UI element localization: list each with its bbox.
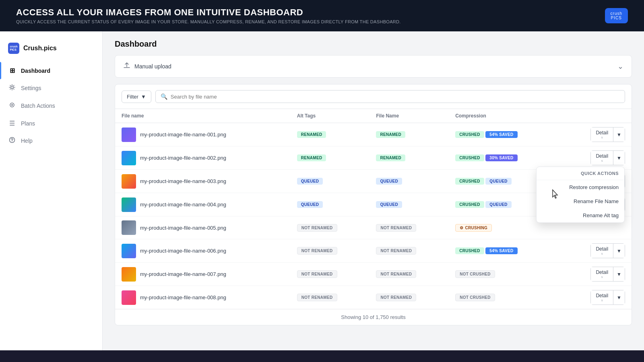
main-content: Dashboard Manual upload ⌄ Filter	[103, 31, 644, 350]
plans-icon: ☰	[8, 119, 16, 127]
filter-chevron-icon: ▼	[141, 94, 146, 100]
detail-button[interactable]: Detail s	[591, 290, 613, 304]
action-cell: Detail s ▼	[561, 263, 632, 286]
sidebar: crushPICS Crush.pics ⊞ Dashboard Setting…	[0, 31, 103, 350]
alt-tags-cell: NOT RENAMED	[291, 216, 370, 239]
savings-badge: 54% SAVED	[485, 247, 517, 254]
sidebar-brand: crushPICS Crush.pics	[0, 38, 102, 62]
app-layout: crushPICS Crush.pics ⊞ Dashboard Setting…	[0, 31, 644, 350]
file-name-cell: QUEUED	[369, 170, 449, 193]
chevron-down-icon: ⌄	[617, 62, 623, 71]
quick-action-restore[interactable]: Restore compression	[537, 180, 624, 194]
compression-badge: ⚙CRUSHING	[455, 224, 492, 232]
compression-cell: NOT CRUSHED	[449, 286, 561, 309]
compression-cell: CRUSHED 30% SAVED	[449, 146, 561, 170]
col-file-name: File Name	[369, 109, 449, 123]
detail-button[interactable]: Detail s	[591, 151, 613, 165]
file-name-cell: RENAMED	[369, 146, 449, 170]
sidebar-nav: ⊞ Dashboard Settings Batch Actions ☰ Pla…	[0, 62, 102, 150]
sidebar-item-dashboard[interactable]: ⊞ Dashboard	[0, 62, 102, 79]
quick-action-rename-alt[interactable]: Rename Alt tag	[537, 208, 624, 222]
detail-button[interactable]: Detail s	[591, 267, 613, 281]
manual-upload-label: Manual upload	[134, 63, 171, 70]
file-thumbnail	[122, 128, 136, 142]
savings-badge: 30% SAVED	[485, 154, 517, 161]
col-alt-tags: Alt Tags	[291, 109, 370, 123]
compression-badge: CRUSHED	[455, 154, 484, 161]
search-input[interactable]	[171, 94, 620, 100]
file-name-badge: NOT RENAMED	[376, 247, 416, 255]
detail-arrow-button[interactable]: ▼	[613, 290, 625, 304]
file-cell: my-product-image-file-name-008.png	[115, 286, 291, 309]
table-footer: Showing 10 of 1,750 results	[115, 309, 632, 325]
banner-title: ACCESS ALL YOUR IMAGES FROM ONE INTUITIV…	[16, 7, 401, 18]
file-cell: my-product-image-file-name-001.png	[115, 123, 291, 146]
svg-point-4	[12, 141, 12, 142]
file-cell: my-product-image-file-name-005.png	[115, 216, 291, 239]
detail-arrow-button[interactable]: ▼	[613, 151, 625, 165]
page-title: Dashboard	[115, 39, 632, 49]
alt-tags-badge: NOT RENAMED	[297, 224, 337, 232]
alt-tags-cell: QUEUED	[291, 170, 370, 193]
table-header-row: File name Alt Tags File Name Compression	[115, 109, 632, 123]
compression-badge: CRUSHED	[455, 247, 484, 254]
detail-btn-group: Detail s ▼	[590, 243, 625, 258]
alt-tags-cell: RENAMED	[291, 123, 370, 146]
file-name-badge: QUEUED	[376, 201, 402, 208]
settings-icon	[8, 84, 16, 92]
detail-button[interactable]: Detail s	[591, 244, 613, 258]
file-cell: my-product-image-file-name-003.png	[115, 170, 291, 193]
sidebar-item-help[interactable]: Help	[0, 132, 102, 150]
action-cell: Detail s ▼	[561, 123, 632, 146]
file-name-badge: NOT RENAMED	[376, 270, 416, 278]
file-thumbnail	[122, 267, 136, 282]
file-name-badge: NOT RENAMED	[376, 294, 416, 301]
file-name-cell: NOT RENAMED	[369, 239, 449, 263]
sidebar-item-settings[interactable]: Settings	[0, 79, 102, 97]
alt-tags-cell: QUEUED	[291, 193, 370, 216]
alt-tags-cell: NOT RENAMED	[291, 239, 370, 263]
detail-btn-group: Detail s ▼	[590, 127, 625, 142]
detail-sub-label: s	[596, 136, 608, 139]
file-name-cell: NOT RENAMED	[369, 263, 449, 286]
file-cell: my-product-image-file-name-002.png	[115, 146, 291, 170]
file-name-badge: RENAMED	[376, 131, 405, 138]
quick-action-rename-file[interactable]: Rename File Name	[537, 194, 624, 208]
manual-upload-left: Manual upload	[123, 62, 171, 71]
svg-point-0	[11, 86, 13, 88]
alt-tags-badge: QUEUED	[297, 178, 323, 185]
compression-badge: CRUSHED	[455, 131, 484, 138]
compression-cell: CRUSHED 54% SAVED	[449, 239, 561, 263]
filename-text: my-product-image-file-name-001.png	[140, 132, 226, 138]
detail-arrow-button[interactable]: ▼	[613, 267, 625, 281]
compression-badge: NOT CRUSHED	[455, 270, 495, 278]
detail-arrow-button[interactable]: ▼	[613, 128, 625, 142]
filename-text: my-product-image-file-name-006.png	[140, 248, 226, 254]
file-thumbnail	[122, 174, 136, 189]
file-thumbnail	[122, 244, 136, 258]
sidebar-item-label: Plans	[21, 120, 35, 127]
alt-tags-cell: NOT RENAMED	[291, 286, 370, 309]
alt-tags-badge: NOT RENAMED	[297, 247, 337, 255]
detail-sub-label: s	[596, 275, 608, 279]
detail-sub-label: s	[596, 298, 608, 302]
table-row: my-product-image-file-name-006.png NOT R…	[115, 239, 632, 263]
filter-button[interactable]: Filter ▼	[122, 90, 151, 103]
filename-text: my-product-image-file-name-002.png	[140, 155, 226, 161]
detail-button[interactable]: Detail s	[591, 128, 613, 142]
filename-text: my-product-image-file-name-003.png	[140, 178, 226, 184]
file-name-cell: NOT RENAMED	[369, 216, 449, 239]
file-name-badge: QUEUED	[376, 178, 402, 185]
alt-tags-cell: RENAMED	[291, 146, 370, 170]
sidebar-item-plans[interactable]: ☰ Plans	[0, 115, 102, 132]
sidebar-item-batch-actions[interactable]: Batch Actions	[0, 97, 102, 115]
alt-tags-badge: NOT RENAMED	[297, 270, 337, 278]
logo-line2: PICS	[611, 16, 622, 20]
compression-badge: NOT CRUSHED	[455, 294, 495, 301]
sidebar-brand-label: Crush.pics	[23, 45, 57, 52]
brand-icon: crushPICS	[8, 43, 19, 54]
file-thumbnail	[122, 151, 136, 165]
compression-cell: NOT CRUSHED	[449, 263, 561, 286]
manual-upload-bar[interactable]: Manual upload ⌄	[115, 55, 632, 78]
detail-arrow-button[interactable]: ▼	[613, 244, 625, 258]
